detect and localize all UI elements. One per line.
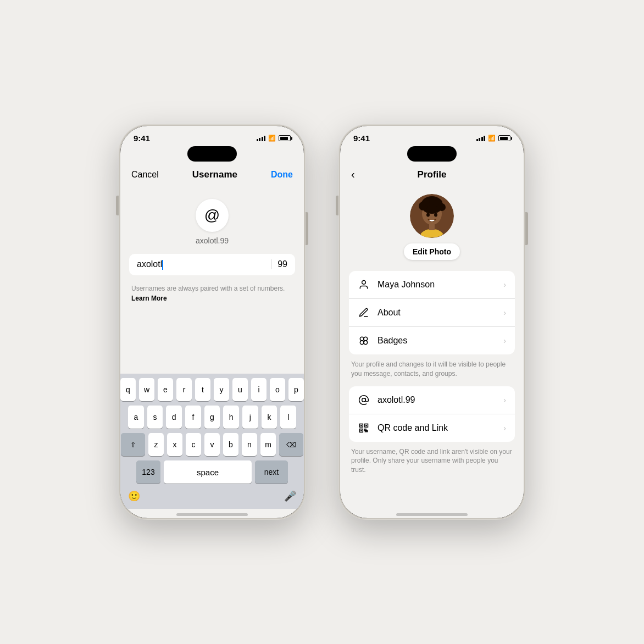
back-button[interactable]: ‹: [351, 168, 355, 181]
username-section-note: Your username, QR code and link aren't v…: [340, 444, 524, 482]
username-input[interactable]: axolotl: [137, 259, 267, 270]
key-z[interactable]: z: [148, 433, 164, 456]
profile-info-section: Maya Johnson › About ›: [349, 271, 515, 354]
edit-photo-button[interactable]: Edit Photo: [404, 243, 460, 260]
emoji-key[interactable]: 🙂: [128, 490, 140, 502]
key-v[interactable]: v: [204, 433, 220, 456]
chevron-icon-qr: ›: [503, 424, 506, 432]
key-next[interactable]: next: [255, 460, 288, 484]
profile-content: ‹ Profile: [340, 162, 524, 509]
svg-point-13: [364, 337, 368, 341]
svg-point-8: [426, 213, 430, 217]
home-indicator-1: [176, 513, 248, 516]
key-f[interactable]: f: [185, 406, 201, 429]
key-a[interactable]: a: [128, 406, 144, 429]
key-q[interactable]: q: [120, 378, 136, 401]
key-shift[interactable]: ⇧: [121, 433, 145, 456]
key-w[interactable]: w: [139, 378, 154, 401]
person-icon: [358, 279, 370, 291]
current-username-display: axolotl.99: [196, 236, 229, 245]
profile-nav: ‹ Profile: [340, 162, 524, 185]
status-time-2: 9:41: [353, 134, 370, 143]
qr-icon: [358, 422, 370, 434]
key-y[interactable]: y: [214, 378, 229, 401]
keyboard-row-3: ⇧ z x c v b n m ⌫: [123, 433, 302, 456]
svg-rect-21: [365, 425, 367, 426]
text-cursor: [162, 260, 163, 270]
learn-more-link[interactable]: Learn More: [120, 295, 304, 302]
key-x[interactable]: x: [167, 433, 182, 456]
svg-rect-22: [360, 430, 362, 431]
username-nav: Cancel Username Done: [120, 162, 304, 186]
chevron-icon-name: ›: [503, 280, 506, 289]
keyboard-row-bottom: 123 space next: [123, 460, 302, 484]
username-screen: 9:41 📶 Cancel Username: [120, 126, 304, 518]
chevron-icon-about: ›: [503, 308, 506, 317]
profile-row-badges[interactable]: Badges ›: [349, 327, 515, 354]
wifi-icon: 📶: [268, 135, 276, 142]
pencil-icon: [358, 307, 370, 319]
key-i[interactable]: i: [251, 378, 267, 401]
key-e[interactable]: e: [158, 378, 173, 401]
about-label: About: [377, 308, 496, 318]
key-l[interactable]: l: [280, 406, 296, 429]
keyboard-row-1: q w e r t y u i o p: [123, 378, 302, 401]
battery-icon-2: [498, 135, 510, 141]
key-u[interactable]: u: [232, 378, 248, 401]
key-k[interactable]: k: [262, 406, 277, 429]
key-delete[interactable]: ⌫: [279, 433, 303, 456]
key-m[interactable]: m: [260, 433, 276, 456]
key-o[interactable]: o: [270, 378, 285, 401]
key-j[interactable]: j: [242, 406, 258, 429]
username-nav-title: Username: [192, 169, 237, 180]
avatar-image: [410, 194, 454, 238]
key-d[interactable]: d: [166, 406, 182, 429]
svg-point-7: [438, 203, 446, 211]
avatar-section: Edit Photo: [340, 185, 524, 271]
key-space[interactable]: space: [164, 460, 252, 484]
phone-1: 9:41 📶 Cancel Username: [119, 124, 306, 520]
key-n[interactable]: n: [242, 433, 257, 456]
profile-screen: 9:41 📶 ‹ Profile: [340, 126, 524, 518]
key-g[interactable]: g: [204, 406, 220, 429]
chevron-icon-username: ›: [503, 396, 506, 404]
cancel-button[interactable]: Cancel: [131, 170, 159, 180]
svg-point-15: [364, 341, 368, 345]
key-b[interactable]: b: [223, 433, 238, 456]
profile-section-note: Your profile and changes to it will be v…: [340, 357, 524, 386]
profile-title: Profile: [418, 169, 447, 180]
key-s[interactable]: s: [147, 406, 163, 429]
status-bar-2: 9:41 📶: [340, 126, 524, 146]
at-symbol-icon: @: [204, 207, 220, 224]
phone-2: 9:41 📶 ‹ Profile: [338, 124, 525, 520]
battery-icon: [279, 135, 291, 141]
username-input-row[interactable]: axolotl 99: [129, 254, 295, 275]
mic-key[interactable]: 🎤: [284, 490, 296, 502]
done-button[interactable]: Done: [271, 170, 293, 180]
key-123[interactable]: 123: [136, 460, 160, 484]
wifi-icon-2: 📶: [488, 135, 496, 142]
name-label: Maya Johnson: [377, 280, 496, 290]
username-suffix: 99: [271, 259, 287, 269]
key-h[interactable]: h: [223, 406, 239, 429]
status-icons-1: 📶: [257, 135, 291, 142]
home-indicator-2: [396, 513, 468, 516]
key-r[interactable]: r: [176, 378, 192, 401]
qr-label: QR code and Link: [377, 423, 496, 433]
key-t[interactable]: t: [195, 378, 210, 401]
helper-text: Usernames are always paired with a set o…: [120, 280, 304, 293]
keyboard-bottom-toolbar: 🙂 🎤: [123, 488, 302, 507]
username-label: axolotl.99: [377, 395, 496, 405]
at-icon: [358, 394, 370, 406]
signal-icon: [257, 136, 266, 141]
svg-point-9: [434, 213, 437, 217]
profile-row-name[interactable]: Maya Johnson ›: [349, 271, 515, 299]
profile-row-qr[interactable]: QR code and Link ›: [349, 414, 515, 442]
profile-row-username[interactable]: axolotl.99 ›: [349, 386, 515, 414]
signal-icon-2: [476, 136, 486, 141]
key-c[interactable]: c: [186, 433, 201, 456]
key-p[interactable]: p: [288, 378, 304, 401]
svg-point-12: [360, 337, 364, 341]
input-section: axolotl 99: [120, 254, 304, 275]
profile-row-about[interactable]: About ›: [349, 299, 515, 327]
